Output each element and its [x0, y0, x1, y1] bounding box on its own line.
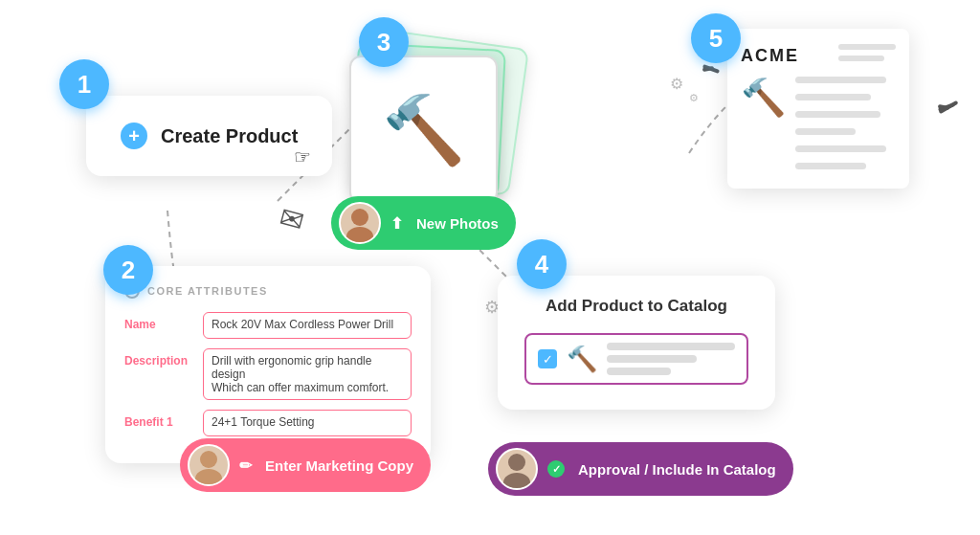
doc-line-6 — [795, 163, 866, 169]
avatar-approval — [496, 448, 538, 490]
step-1-circle: 1 — [59, 59, 109, 109]
doc-line-2 — [795, 94, 871, 100]
svg-point-4 — [508, 454, 525, 471]
cursor-icon: ☞ — [294, 145, 311, 168]
description-label: Description — [124, 348, 193, 368]
add-product-card: Add Product to Catalog ✓ 🔨 — [498, 276, 775, 410]
check-circle-icon: ✓ — [547, 460, 565, 478]
svg-point-3 — [346, 227, 373, 242]
svg-point-1 — [195, 469, 222, 484]
marketing-badge-label: Enter Marketing Copy — [265, 457, 413, 474]
doc-line-1 — [795, 77, 886, 83]
description-field-row: Description Drill with ergonomic grip ha… — [124, 348, 412, 400]
marketing-badge: ✏ Enter Marketing Copy — [180, 438, 431, 492]
add-product-title: Add Product to Catalog — [524, 297, 748, 316]
product-drill-icon: 🔨 — [567, 345, 597, 374]
acme-logo: ACME — [741, 46, 799, 66]
svg-point-5 — [503, 473, 530, 488]
photo-stack: 🔧 🔩 🔨 — [345, 38, 517, 211]
doc-info-lines — [795, 77, 896, 175]
name-input[interactable]: Rock 20V Max Cordless Power Drill — [203, 312, 412, 339]
product-row[interactable]: ✓ 🔨 — [524, 333, 748, 385]
avatar-marketing — [188, 444, 230, 486]
approval-badge-label: Approval / Include In Catalog — [578, 461, 776, 478]
svg-point-0 — [200, 451, 217, 468]
doc-header-line — [838, 44, 896, 50]
name-label: Name — [124, 312, 193, 331]
document-card: ACME 🔨 — [727, 29, 909, 189]
step-3-circle: 3 — [359, 17, 409, 67]
benefit-label: Benefit 1 — [124, 410, 193, 429]
doc-content: 🔨 — [741, 77, 896, 175]
pencil-icon: ✏ — [239, 457, 252, 475]
doc-drill-image: 🔨 — [741, 77, 786, 175]
create-product-label: Create Product — [161, 125, 298, 147]
photo-front: 🔨 — [349, 56, 498, 204]
info-line-2 — [607, 355, 697, 363]
checkbox[interactable]: ✓ — [538, 349, 557, 368]
info-line-3 — [607, 368, 671, 375]
benefit-input[interactable]: 24+1 Torque Setting — [203, 410, 412, 436]
plus-icon: + — [121, 123, 147, 149]
doc-header-line-2 — [838, 56, 884, 61]
doc-line-3 — [795, 111, 880, 118]
name-field-row: Name Rock 20V Max Cordless Power Drill — [124, 312, 412, 339]
step-2-circle: 2 — [103, 245, 153, 295]
upload-icon: ⬆ — [390, 214, 403, 233]
avatar-photos — [339, 202, 381, 244]
doc-line-5 — [795, 145, 886, 152]
core-attributes-header: CORE ATTRIBUTES — [124, 283, 412, 299]
create-product-card[interactable]: + Create Product ☞ — [86, 96, 332, 176]
step-4-circle: 4 — [517, 239, 567, 289]
benefit-field-row: Benefit 1 24+1 Torque Setting — [124, 410, 412, 436]
new-photos-label: New Photos — [416, 215, 499, 232]
drill-image: 🔨 — [382, 91, 465, 169]
doc-header: ACME — [741, 44, 896, 67]
workflow-scene: ⚙ ⚙ ⚙ ⚙ ⚙ ⚙ ⚙ ⚙ ✉ 1 + Create Product ☞ 2… — [0, 0, 980, 535]
info-line-1 — [607, 343, 735, 350]
new-photos-badge: ⬆ New Photos — [331, 196, 516, 250]
approval-badge: ✓ Approval / Include In Catalog — [488, 442, 793, 496]
svg-point-2 — [351, 209, 368, 226]
step-5-circle: 5 — [691, 13, 741, 63]
description-input[interactable]: Drill with ergonomic grip handle design … — [203, 348, 412, 400]
product-info-lines — [607, 343, 735, 375]
core-attributes-card: CORE ATTRIBUTES Name Rock 20V Max Cordle… — [105, 266, 431, 463]
doc-line-4 — [795, 128, 856, 135]
